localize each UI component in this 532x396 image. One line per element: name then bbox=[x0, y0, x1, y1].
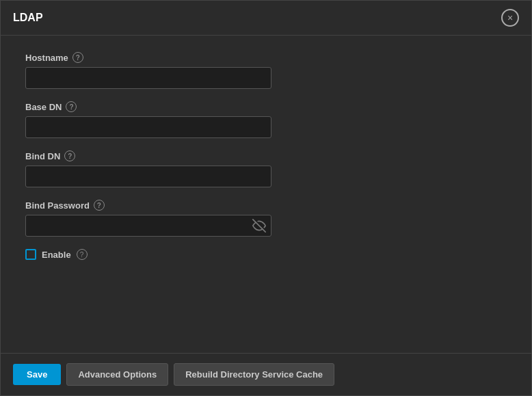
enable-row: Enable ? bbox=[25, 249, 507, 260]
base-dn-label: Base DN ? bbox=[25, 101, 507, 112]
dialog-title: LDAP bbox=[13, 12, 43, 24]
bind-password-help-icon[interactable]: ? bbox=[94, 200, 105, 211]
bind-password-input[interactable] bbox=[25, 215, 271, 237]
enable-help-icon[interactable]: ? bbox=[77, 249, 88, 260]
hostname-label: Hostname ? bbox=[25, 52, 507, 63]
toggle-password-button[interactable] bbox=[252, 219, 266, 233]
hostname-group: Hostname ? bbox=[25, 52, 507, 89]
bind-dn-help-icon[interactable]: ? bbox=[64, 150, 75, 161]
ldap-dialog: LDAP × Hostname ? Base DN ? Bind DN ? bbox=[0, 0, 532, 396]
eye-slash-icon bbox=[252, 219, 266, 233]
dialog-header: LDAP × bbox=[1, 1, 531, 36]
rebuild-cache-button[interactable]: Rebuild Directory Service Cache bbox=[174, 363, 334, 386]
hostname-input[interactable] bbox=[25, 67, 271, 89]
hostname-help-icon[interactable]: ? bbox=[72, 52, 83, 63]
base-dn-help-icon[interactable]: ? bbox=[66, 101, 77, 112]
bind-dn-label: Bind DN ? bbox=[25, 150, 507, 161]
bind-dn-input[interactable] bbox=[25, 166, 271, 187]
bind-password-label: Bind Password ? bbox=[25, 200, 507, 211]
close-icon: × bbox=[507, 13, 513, 23]
base-dn-input[interactable] bbox=[25, 116, 271, 138]
save-button[interactable]: Save bbox=[13, 364, 61, 385]
base-dn-group: Base DN ? bbox=[25, 101, 507, 138]
dialog-footer: Save Advanced Options Rebuild Directory … bbox=[1, 353, 531, 395]
dialog-body: Hostname ? Base DN ? Bind DN ? Bind Pass… bbox=[1, 36, 531, 353]
password-wrapper bbox=[25, 215, 271, 237]
close-button[interactable]: × bbox=[501, 9, 519, 27]
bind-password-group: Bind Password ? bbox=[25, 200, 507, 237]
enable-label: Enable bbox=[42, 250, 71, 260]
advanced-options-button[interactable]: Advanced Options bbox=[66, 363, 168, 386]
enable-checkbox[interactable] bbox=[25, 249, 36, 260]
bind-dn-group: Bind DN ? bbox=[25, 150, 507, 187]
